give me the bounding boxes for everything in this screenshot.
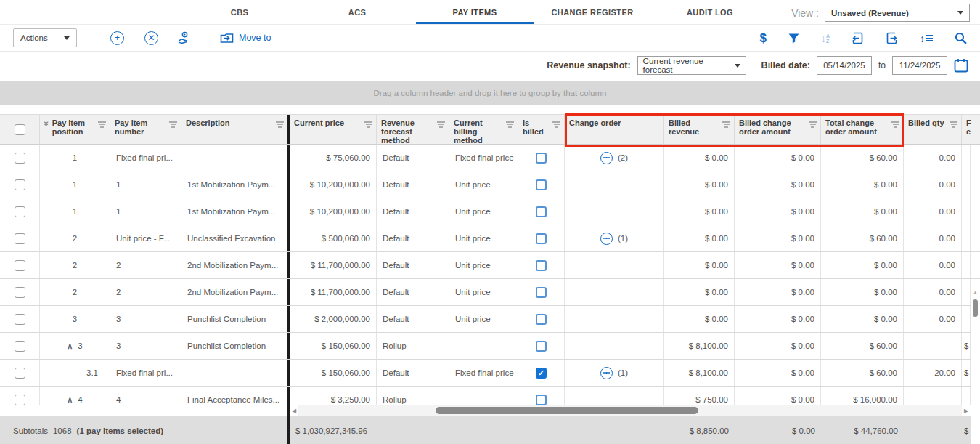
cell-partial[interactable]: $ <box>962 333 971 359</box>
cell-current-price[interactable]: $ 500,060.00 <box>290 225 377 251</box>
column-header-partial[interactable]: F e <box>962 115 971 144</box>
cell-current-price[interactable]: $ 2,000,000.00 <box>290 306 377 332</box>
column-header-position[interactable]: »Pay item position <box>40 115 110 144</box>
revenue-snapshot-dropdown[interactable]: Current revenue forecast <box>637 56 746 75</box>
filter-button[interactable] <box>788 33 799 44</box>
cell-billed-change-order-amount[interactable]: $ 0.00 <box>735 198 821 225</box>
search-button[interactable] <box>955 32 967 44</box>
change-order-ellipsis-icon[interactable] <box>600 152 613 164</box>
cell-billed-qty[interactable]: 0.00 <box>904 306 962 332</box>
cell-change-order[interactable]: (2) <box>565 145 664 171</box>
cell-change-order[interactable] <box>565 252 664 278</box>
cell-billed-change-order-amount[interactable]: $ 0.00 <box>735 225 821 251</box>
cell-current-price[interactable]: $ 75,060.00 <box>290 145 377 171</box>
cell-partial[interactable] <box>962 171 971 198</box>
column-filter-icon[interactable] <box>506 121 514 129</box>
actions-button[interactable]: Actions <box>13 28 77 47</box>
column-header-billed_change_order_amount[interactable]: Billed change order amount <box>735 115 821 144</box>
cell-number[interactable]: 2 <box>110 252 181 278</box>
import-button[interactable] <box>852 32 864 44</box>
cell-total-change-order-amount[interactable]: $ 0.00 <box>821 252 904 278</box>
cell-select[interactable] <box>0 387 40 405</box>
cell-is-billed[interactable] <box>518 387 565 405</box>
cell-partial[interactable] <box>962 387 971 405</box>
scroll-right-icon[interactable]: ▶ <box>962 408 971 414</box>
cell-total-change-order-amount[interactable]: $ 60.00 <box>821 145 904 171</box>
cell-partial[interactable] <box>962 225 971 251</box>
is-billed-checkbox[interactable] <box>536 179 547 190</box>
cell-total-change-order-amount[interactable]: $ 0.00 <box>821 171 904 198</box>
cell-description[interactable]: Final Acceptance Miles... <box>181 387 290 405</box>
row-select-checkbox[interactable] <box>15 153 25 164</box>
cell-billed-qty[interactable]: 0.00 <box>904 145 962 171</box>
column-filter-icon[interactable] <box>364 121 372 129</box>
cell-change-order[interactable] <box>565 279 664 305</box>
cell-billed-revenue[interactable]: $ 0.00 <box>664 252 735 278</box>
cell-billed-qty[interactable] <box>904 333 962 359</box>
cell-select[interactable] <box>0 252 40 278</box>
cell-position[interactable]: 2 <box>40 252 110 278</box>
cell-description[interactable]: 2nd Mobilization Paym... <box>181 279 290 305</box>
cell-current-price[interactable]: $ 11,700,000.00 <box>290 252 377 278</box>
cell-billed-revenue[interactable]: $ 0.00 <box>664 306 735 332</box>
is-billed-checkbox[interactable] <box>536 260 547 271</box>
cell-select[interactable] <box>0 198 40 225</box>
cell-position[interactable]: 2 <box>40 279 110 305</box>
cell-total-change-order-amount[interactable]: $ 0.00 <box>821 279 904 305</box>
cell-billed-revenue[interactable]: $ 0.00 <box>664 145 735 171</box>
cell-position[interactable]: 1 <box>40 145 110 171</box>
is-billed-checkbox[interactable] <box>536 314 547 325</box>
cell-description[interactable] <box>181 145 290 171</box>
column-header-billed_qty[interactable]: Billed qty <box>904 115 962 144</box>
is-billed-checkbox[interactable] <box>536 206 547 217</box>
cell-number[interactable]: 3 <box>110 306 181 332</box>
cell-revenue-forecast-method[interactable]: Default <box>377 306 449 332</box>
column-header-billed_revenue[interactable]: Billed revenue <box>664 115 735 144</box>
cell-billed-change-order-amount[interactable]: $ 0.00 <box>735 145 821 171</box>
row-select-checkbox[interactable] <box>15 260 25 271</box>
tab-change-register[interactable]: CHANGE REGISTER <box>534 0 651 24</box>
cell-revenue-forecast-method[interactable]: Default <box>377 225 449 251</box>
cell-change-order[interactable] <box>565 387 664 405</box>
is-billed-checkbox[interactable]: ✓ <box>536 368 547 379</box>
cell-total-change-order-amount[interactable]: $ 60.00 <box>821 360 904 386</box>
cell-current-price[interactable]: $ 11,700,000.00 <box>290 279 377 305</box>
row-select-checkbox[interactable] <box>15 341 25 352</box>
cell-select[interactable] <box>0 306 40 332</box>
cell-revenue-forecast-method[interactable]: Default <box>377 279 449 305</box>
is-billed-checkbox[interactable] <box>536 395 547 405</box>
cell-position[interactable]: ∧4 <box>40 387 110 405</box>
change-order-ellipsis-icon[interactable] <box>600 233 613 245</box>
cell-is-billed[interactable] <box>518 198 565 225</box>
cell-current-billing-method[interactable]: Unit price <box>449 279 518 305</box>
scroll-left-icon[interactable]: ◀ <box>290 408 298 414</box>
select-all-checkbox[interactable] <box>15 124 25 135</box>
is-billed-checkbox[interactable] <box>536 287 547 298</box>
view-dropdown[interactable]: Unsaved (Revenue) <box>825 4 970 22</box>
row-select-checkbox[interactable] <box>15 395 25 405</box>
cell-select[interactable] <box>0 279 40 305</box>
scroll-up-icon[interactable]: ▲ <box>971 288 980 297</box>
cell-billed-revenue[interactable]: $ 750.00 <box>664 387 735 405</box>
column-filter-icon[interactable] <box>809 121 817 129</box>
cell-current-billing-method[interactable]: Unit price <box>449 252 518 278</box>
cell-billed-change-order-amount[interactable]: $ 0.00 <box>735 360 821 386</box>
cell-billed-revenue[interactable]: $ 0.00 <box>664 198 735 225</box>
row-select-checkbox[interactable] <box>15 314 25 325</box>
cell-description[interactable]: 1st Mobilization Paym... <box>181 171 290 198</box>
cell-is-billed[interactable] <box>518 225 565 251</box>
column-header-select[interactable] <box>0 115 40 144</box>
cell-change-order[interactable] <box>565 198 664 225</box>
calendar-icon[interactable] <box>954 58 968 73</box>
column-filter-icon[interactable] <box>552 121 560 129</box>
change-order-ellipsis-icon[interactable] <box>600 367 613 379</box>
cell-position[interactable]: ∧3 <box>40 333 110 359</box>
cell-select[interactable] <box>0 225 40 251</box>
group-by-bar[interactable]: Drag a column header and drop it here to… <box>0 81 980 105</box>
column-header-is_billed[interactable]: Is billed <box>518 115 565 144</box>
cell-billed-change-order-amount[interactable]: $ 0.00 <box>735 252 821 278</box>
cell-billed-change-order-amount[interactable]: $ 0.00 <box>735 387 821 405</box>
cell-number[interactable]: Fixed final pri... <box>110 360 181 386</box>
cell-number[interactable]: 1 <box>110 171 181 198</box>
cell-total-change-order-amount[interactable]: $ 60.00 <box>821 333 904 359</box>
